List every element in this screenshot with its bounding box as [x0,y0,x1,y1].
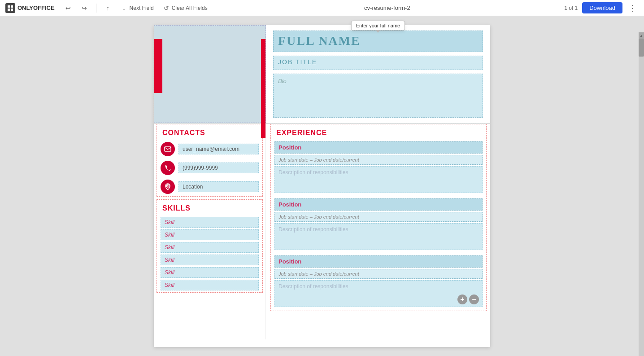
svg-point-6 [167,185,169,187]
left-panel: CONTACTS user_name@email.com [154,124,266,339]
redo-icon: ↪ [81,4,88,12]
skill-field-2[interactable]: Skill [161,229,259,240]
email-field[interactable]: user_name@email.com [178,144,259,154]
document: Enter your full name FULL NAME JOB TITLE… [154,25,490,347]
page-count: 1 of 1 [564,5,578,11]
skills-title: SKILLS [157,200,262,215]
app-name: ONLYOFFICE [17,4,55,11]
document-title: cv-resume-form-2 [364,4,410,11]
exp-desc-2[interactable]: Description of responsibilities [274,223,483,250]
exp-desc-1[interactable]: Description of responsibilities [274,166,483,193]
svg-rect-1 [11,5,13,8]
exp-date-2[interactable]: Job start date – Job end date/current [274,212,483,222]
experience-title: EXPERIENCE [271,124,486,140]
exp-position-1[interactable]: Position [274,141,483,154]
skills-section: SKILLS Skill Skill Skill Skill Skill Ski… [157,199,263,293]
next-icon: ↓ [121,4,128,12]
exp-date-3[interactable]: Job start date – Job end date/current [274,269,483,279]
location-field[interactable]: Location [178,181,259,192]
phone-field[interactable]: (999)999-9999 [178,163,259,173]
location-row: Location [157,177,262,196]
exp-entry-2: Position Job start date – Job end date/c… [271,197,486,254]
doc-header: Enter your full name FULL NAME JOB TITLE… [154,25,490,124]
next-field-button[interactable]: ↓ Next Field [118,4,157,13]
add-entry-button[interactable]: + [457,294,467,304]
skill-field-1[interactable]: Skill [161,217,259,228]
location-icon-circle [161,180,175,194]
undo-button[interactable]: ↩ [62,4,74,13]
clear-icon: ↺ [163,4,170,12]
phone-icon-circle [161,161,175,175]
prev-icon: ↑ [104,4,112,12]
logo-icon [5,3,15,13]
svg-rect-2 [8,9,10,11]
document-title-area: cv-resume-form-2 [214,4,561,11]
skill-field-5[interactable]: Skill [161,267,259,278]
experience-section: EXPERIENCE Position Job start date – Job… [270,124,487,311]
photo-placeholder[interactable] [154,26,265,123]
exp-entry-1: Position Job start date – Job end date/c… [271,140,486,197]
scrollbar[interactable]: ▲ ▼ [639,32,644,356]
more-options-button[interactable]: ⋮ [627,2,639,14]
location-icon [164,183,171,190]
exp-position-2[interactable]: Position [274,198,483,211]
svg-rect-4 [165,147,171,151]
bio-field[interactable]: Bio [273,74,483,118]
scroll-thumb[interactable] [639,39,644,57]
undo-icon: ↩ [65,4,72,12]
toolbar: ONLYOFFICE ↩ ↪ ↑ ↓ Next Field ↺ Clear Al… [0,0,644,16]
phone-icon [164,164,171,171]
name-section: Enter your full name FULL NAME JOB TITLE… [266,25,490,123]
clear-fields-button[interactable]: ↺ Clear All Fields [160,4,210,13]
full-name-field[interactable]: FULL NAME [273,31,483,52]
red-accent-left [154,39,162,93]
red-accent-right [261,39,265,138]
phone-row: (999)999-9999 [157,158,262,177]
svg-rect-0 [8,5,10,8]
svg-rect-3 [11,9,13,11]
app-logo: ONLYOFFICE [5,3,55,13]
scroll-track [639,39,644,356]
photo-section [154,25,266,123]
email-row: user_name@email.com [157,140,262,158]
download-button[interactable]: Download [582,2,622,13]
exp-position-3[interactable]: Position [274,255,483,268]
skill-field-6[interactable]: Skill [161,280,259,290]
job-title-field[interactable]: JOB TITLE [273,56,483,70]
main-area: Enter your full name FULL NAME JOB TITLE… [0,16,644,356]
doc-body: CONTACTS user_name@email.com [154,124,490,339]
exp-date-1[interactable]: Job start date – Job end date/current [274,155,483,165]
toolbar-right: 1 of 1 Download ⋮ [564,2,639,14]
skill-field-3[interactable]: Skill [161,242,259,253]
redo-button[interactable]: ↪ [78,4,91,13]
skill-field-4[interactable]: Skill [161,255,259,265]
tooltip-full-name: Enter your full name [351,21,405,31]
right-panel: EXPERIENCE Position Job start date – Job… [266,124,490,339]
prev-field-button[interactable]: ↑ [102,4,114,13]
exp-entry-3: Position Job start date – Job end date/c… [271,254,486,311]
exp-controls-3: + − [457,294,479,304]
email-icon [164,145,171,153]
email-icon-circle [161,142,175,156]
contacts-title: CONTACTS [157,124,262,140]
exp-desc-3[interactable]: Description of responsibilities [274,280,483,307]
scroll-up-arrow[interactable]: ▲ [639,32,644,39]
contacts-section: CONTACTS user_name@email.com [157,124,263,197]
divider-1 [96,4,96,13]
remove-entry-button[interactable]: − [469,294,479,304]
